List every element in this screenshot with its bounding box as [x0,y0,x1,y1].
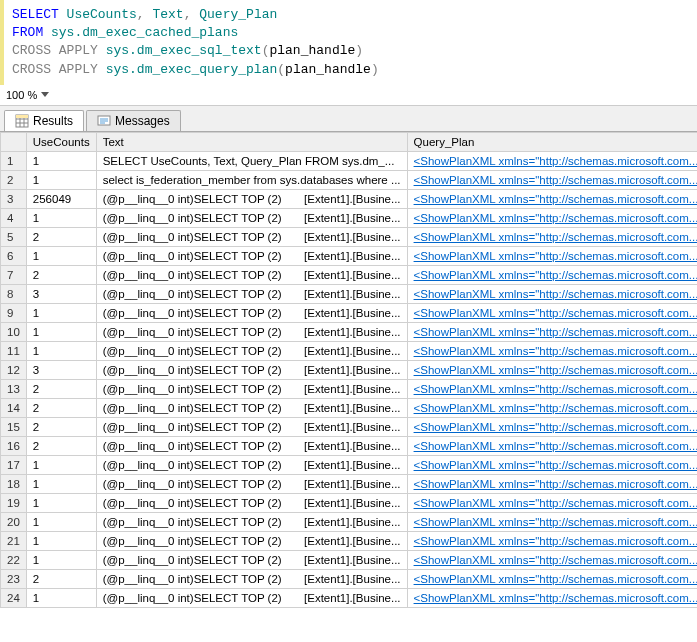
cell-queryplan[interactable]: <ShowPlanXML xmlns="http://schemas.micro… [407,322,697,341]
cell-queryplan[interactable]: <ShowPlanXML xmlns="http://schemas.micro… [407,436,697,455]
cell-text[interactable]: (@p__linq__0 int)SELECT TOP (2)[Extent1]… [96,512,407,531]
table-row[interactable]: 72(@p__linq__0 int)SELECT TOP (2)[Extent… [1,265,698,284]
cell-queryplan[interactable]: <ShowPlanXML xmlns="http://schemas.micro… [407,417,697,436]
showplan-link[interactable]: <ShowPlanXML xmlns="http://schemas.micro… [414,345,697,357]
cell-queryplan[interactable]: <ShowPlanXML xmlns="http://schemas.micro… [407,588,697,607]
cell-text[interactable]: (@p__linq__0 int)SELECT TOP (2)[Extent1]… [96,189,407,208]
cell-text[interactable]: (@p__linq__0 int)SELECT TOP (2)[Extent1]… [96,227,407,246]
cell-text[interactable]: (@p__linq__0 int)SELECT TOP (2)[Extent1]… [96,569,407,588]
showplan-link[interactable]: <ShowPlanXML xmlns="http://schemas.micro… [414,231,697,243]
showplan-link[interactable]: <ShowPlanXML xmlns="http://schemas.micro… [414,326,697,338]
cell-text[interactable]: select is_federation_member from sys.dat… [96,170,407,189]
cell-text[interactable]: (@p__linq__0 int)SELECT TOP (2)[Extent1]… [96,417,407,436]
cell-queryplan[interactable]: <ShowPlanXML xmlns="http://schemas.micro… [407,189,697,208]
cell-usecounts[interactable]: 1 [26,512,96,531]
table-row[interactable]: 11SELECT UseCounts, Text, Query_Plan FRO… [1,151,698,170]
cell-queryplan[interactable]: <ShowPlanXML xmlns="http://schemas.micro… [407,474,697,493]
table-row[interactable]: 142(@p__linq__0 int)SELECT TOP (2)[Exten… [1,398,698,417]
table-row[interactable]: 91(@p__linq__0 int)SELECT TOP (2)[Extent… [1,303,698,322]
cell-usecounts[interactable]: 1 [26,455,96,474]
cell-usecounts[interactable]: 2 [26,569,96,588]
cell-text[interactable]: (@p__linq__0 int)SELECT TOP (2)[Extent1]… [96,474,407,493]
cell-queryplan[interactable]: <ShowPlanXML xmlns="http://schemas.micro… [407,208,697,227]
cell-usecounts[interactable]: 1 [26,246,96,265]
table-row[interactable]: 83(@p__linq__0 int)SELECT TOP (2)[Extent… [1,284,698,303]
cell-usecounts[interactable]: 1 [26,151,96,170]
showplan-link[interactable]: <ShowPlanXML xmlns="http://schemas.micro… [414,383,697,395]
table-row[interactable]: 123(@p__linq__0 int)SELECT TOP (2)[Exten… [1,360,698,379]
cell-queryplan[interactable]: <ShowPlanXML xmlns="http://schemas.micro… [407,284,697,303]
showplan-link[interactable]: <ShowPlanXML xmlns="http://schemas.micro… [414,307,697,319]
cell-usecounts[interactable]: 2 [26,227,96,246]
showplan-link[interactable]: <ShowPlanXML xmlns="http://schemas.micro… [414,592,697,604]
showplan-link[interactable]: <ShowPlanXML xmlns="http://schemas.micro… [414,212,697,224]
cell-usecounts[interactable]: 1 [26,588,96,607]
cell-text[interactable]: (@p__linq__0 int)SELECT TOP (2)[Extent1]… [96,588,407,607]
showplan-link[interactable]: <ShowPlanXML xmlns="http://schemas.micro… [414,269,697,281]
zoom-value[interactable]: 100 % [6,89,37,101]
cell-queryplan[interactable]: <ShowPlanXML xmlns="http://schemas.micro… [407,170,697,189]
table-row[interactable]: 61(@p__linq__0 int)SELECT TOP (2)[Extent… [1,246,698,265]
cell-usecounts[interactable]: 2 [26,417,96,436]
cell-usecounts[interactable]: 1 [26,531,96,550]
showplan-link[interactable]: <ShowPlanXML xmlns="http://schemas.micro… [414,554,697,566]
cell-usecounts[interactable]: 2 [26,265,96,284]
cell-usecounts[interactable]: 1 [26,208,96,227]
table-row[interactable]: 132(@p__linq__0 int)SELECT TOP (2)[Exten… [1,379,698,398]
showplan-link[interactable]: <ShowPlanXML xmlns="http://schemas.micro… [414,364,697,376]
showplan-link[interactable]: <ShowPlanXML xmlns="http://schemas.micro… [414,174,697,186]
cell-queryplan[interactable]: <ShowPlanXML xmlns="http://schemas.micro… [407,360,697,379]
cell-usecounts[interactable]: 3 [26,284,96,303]
cell-queryplan[interactable]: <ShowPlanXML xmlns="http://schemas.micro… [407,303,697,322]
cell-queryplan[interactable]: <ShowPlanXML xmlns="http://schemas.micro… [407,550,697,569]
table-row[interactable]: 162(@p__linq__0 int)SELECT TOP (2)[Exten… [1,436,698,455]
table-row[interactable]: 101(@p__linq__0 int)SELECT TOP (2)[Exten… [1,322,698,341]
cell-usecounts[interactable]: 1 [26,170,96,189]
cell-text[interactable]: (@p__linq__0 int)SELECT TOP (2)[Extent1]… [96,436,407,455]
showplan-link[interactable]: <ShowPlanXML xmlns="http://schemas.micro… [414,402,697,414]
showplan-link[interactable]: <ShowPlanXML xmlns="http://schemas.micro… [414,250,697,262]
showplan-link[interactable]: <ShowPlanXML xmlns="http://schemas.micro… [414,535,697,547]
col-queryplan[interactable]: Query_Plan [407,132,697,151]
cell-usecounts[interactable]: 2 [26,436,96,455]
table-row[interactable]: 221(@p__linq__0 int)SELECT TOP (2)[Exten… [1,550,698,569]
table-row[interactable]: 152(@p__linq__0 int)SELECT TOP (2)[Exten… [1,417,698,436]
cell-queryplan[interactable]: <ShowPlanXML xmlns="http://schemas.micro… [407,341,697,360]
cell-text[interactable]: (@p__linq__0 int)SELECT TOP (2)[Extent1]… [96,455,407,474]
cell-queryplan[interactable]: <ShowPlanXML xmlns="http://schemas.micro… [407,569,697,588]
cell-queryplan[interactable]: <ShowPlanXML xmlns="http://schemas.micro… [407,455,697,474]
cell-usecounts[interactable]: 1 [26,550,96,569]
cell-usecounts[interactable]: 1 [26,303,96,322]
cell-text[interactable]: (@p__linq__0 int)SELECT TOP (2)[Extent1]… [96,360,407,379]
showplan-link[interactable]: <ShowPlanXML xmlns="http://schemas.micro… [414,459,697,471]
table-row[interactable]: 191(@p__linq__0 int)SELECT TOP (2)[Exten… [1,493,698,512]
showplan-link[interactable]: <ShowPlanXML xmlns="http://schemas.micro… [414,573,697,585]
cell-queryplan[interactable]: <ShowPlanXML xmlns="http://schemas.micro… [407,398,697,417]
showplan-link[interactable]: <ShowPlanXML xmlns="http://schemas.micro… [414,288,697,300]
cell-text[interactable]: (@p__linq__0 int)SELECT TOP (2)[Extent1]… [96,265,407,284]
table-row[interactable]: 21select is_federation_member from sys.d… [1,170,698,189]
col-text[interactable]: Text [96,132,407,151]
showplan-link[interactable]: <ShowPlanXML xmlns="http://schemas.micro… [414,421,697,433]
table-row[interactable]: 52(@p__linq__0 int)SELECT TOP (2)[Extent… [1,227,698,246]
cell-text[interactable]: (@p__linq__0 int)SELECT TOP (2)[Extent1]… [96,550,407,569]
table-row[interactable]: 232(@p__linq__0 int)SELECT TOP (2)[Exten… [1,569,698,588]
cell-usecounts[interactable]: 3 [26,360,96,379]
table-row[interactable]: 171(@p__linq__0 int)SELECT TOP (2)[Exten… [1,455,698,474]
chevron-down-icon[interactable] [41,92,49,97]
cell-queryplan[interactable]: <ShowPlanXML xmlns="http://schemas.micro… [407,512,697,531]
cell-usecounts[interactable]: 1 [26,322,96,341]
table-row[interactable]: 241(@p__linq__0 int)SELECT TOP (2)[Exten… [1,588,698,607]
cell-text[interactable]: (@p__linq__0 int)SELECT TOP (2)[Extent1]… [96,531,407,550]
cell-text[interactable]: (@p__linq__0 int)SELECT TOP (2)[Extent1]… [96,493,407,512]
cell-usecounts[interactable]: 2 [26,398,96,417]
cell-queryplan[interactable]: <ShowPlanXML xmlns="http://schemas.micro… [407,151,697,170]
showplan-link[interactable]: <ShowPlanXML xmlns="http://schemas.micro… [414,516,697,528]
cell-text[interactable]: (@p__linq__0 int)SELECT TOP (2)[Extent1]… [96,322,407,341]
cell-queryplan[interactable]: <ShowPlanXML xmlns="http://schemas.micro… [407,265,697,284]
table-row[interactable]: 211(@p__linq__0 int)SELECT TOP (2)[Exten… [1,531,698,550]
results-grid-container[interactable]: UseCounts Text Query_Plan 11SELECT UseCo… [0,132,697,608]
cell-text[interactable]: (@p__linq__0 int)SELECT TOP (2)[Extent1]… [96,398,407,417]
cell-usecounts[interactable]: 2 [26,379,96,398]
cell-text[interactable]: (@p__linq__0 int)SELECT TOP (2)[Extent1]… [96,379,407,398]
